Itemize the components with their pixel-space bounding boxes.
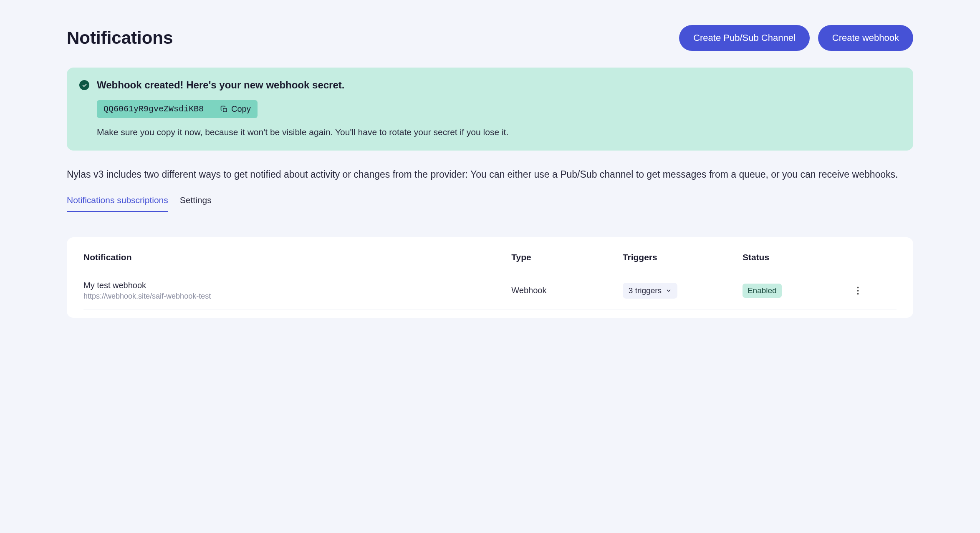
copy-label: Copy xyxy=(231,104,251,114)
page-description: Nylas v3 includes two different ways to … xyxy=(67,167,913,182)
webhook-url: https://webhook.site/saif-webhook-test xyxy=(83,292,511,301)
webhook-name: My test webhook xyxy=(83,281,511,290)
row-menu-button[interactable] xyxy=(854,283,862,298)
tab-settings[interactable]: Settings xyxy=(180,195,212,212)
more-vertical-icon xyxy=(857,287,859,295)
page-title: Notifications xyxy=(67,28,173,48)
triggers-label: 3 triggers xyxy=(629,286,662,295)
success-alert: Webhook created! Here's your new webhook… xyxy=(67,68,913,151)
status-badge: Enabled xyxy=(743,284,782,298)
triggers-dropdown[interactable]: 3 triggers xyxy=(623,283,677,299)
copy-icon xyxy=(220,106,228,113)
svg-point-3 xyxy=(857,293,859,294)
create-webhook-button[interactable]: Create webhook xyxy=(818,25,913,51)
tab-subscriptions[interactable]: Notifications subscriptions xyxy=(67,195,168,212)
webhook-type: Webhook xyxy=(511,275,623,309)
tabs: Notifications subscriptions Settings xyxy=(67,195,913,212)
th-notification: Notification xyxy=(83,252,511,275)
svg-point-2 xyxy=(857,290,859,292)
table-row: My test webhook https://webhook.site/sai… xyxy=(83,275,897,309)
chevron-down-icon xyxy=(666,288,672,294)
header-actions: Create Pub/Sub Channel Create webhook xyxy=(679,25,913,51)
alert-note: Make sure you copy it now, because it wo… xyxy=(97,127,901,137)
svg-point-1 xyxy=(857,287,859,288)
check-circle-icon xyxy=(79,80,89,90)
notifications-table: Notification Type Triggers Status My tes… xyxy=(83,252,897,309)
th-status: Status xyxy=(743,252,854,275)
alert-title: Webhook created! Here's your new webhook… xyxy=(97,79,344,91)
svg-rect-0 xyxy=(223,108,227,111)
notifications-card: Notification Type Triggers Status My tes… xyxy=(67,237,913,318)
secret-value: QQ6061yR9gveZWsdiKB8 xyxy=(104,104,204,114)
secret-box: QQ6061yR9gveZWsdiKB8 Copy xyxy=(97,100,258,118)
th-type: Type xyxy=(511,252,623,275)
copy-button[interactable]: Copy xyxy=(220,104,251,114)
th-triggers: Triggers xyxy=(623,252,743,275)
create-pubsub-button[interactable]: Create Pub/Sub Channel xyxy=(679,25,810,51)
